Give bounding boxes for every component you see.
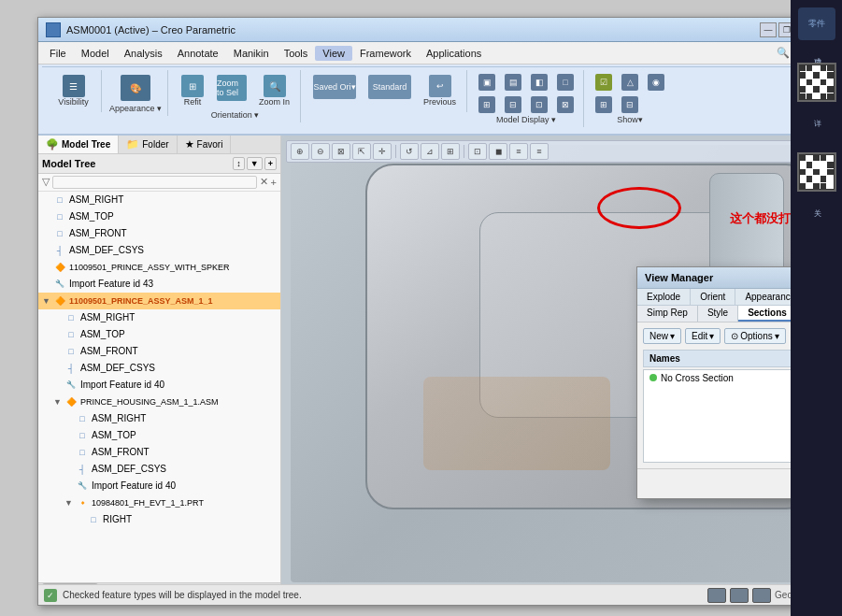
tree-item-4[interactable]: 🔶 11009501_PRINCE_ASSY_WITH_SPKER [38, 259, 280, 276]
filter-add-icon[interactable]: + [271, 177, 277, 188]
tree-item-5[interactable]: 🔧 Import Feature id 43 [38, 276, 280, 293]
model-display-btn5[interactable]: ⊞ [475, 94, 499, 115]
zoom-in-btn[interactable]: 🔍 Zoom In [254, 72, 294, 110]
tree-item-2[interactable]: □ ASM_FRONT [38, 225, 280, 242]
menu-annotate[interactable]: Annotate [170, 46, 226, 61]
menu-model[interactable]: Model [74, 46, 117, 61]
model-display-btn1[interactable]: ▣ [475, 72, 499, 93]
tree-body[interactable]: □ ASM_RIGHT □ ASM_TOP □ ASM_FRONT [38, 192, 280, 582]
tree-item-1[interactable]: □ ASM_TOP [38, 208, 280, 225]
status-btn3[interactable] [752, 588, 771, 603]
minimize-button[interactable]: — [760, 22, 777, 37]
vp-menu2[interactable]: ≡ [530, 143, 549, 160]
tree-item-3[interactable]: ┤ ASM_DEF_CSYS [38, 242, 280, 259]
tree-item-12[interactable]: ▼ 🔶 PRINCE_HOUSING_ASM_1_1.ASM [38, 394, 280, 410]
menu-analysis[interactable]: Analysis [117, 46, 170, 61]
show-btn4[interactable]: ⊞ [592, 94, 616, 115]
viewport-area[interactable]: ⊕ ⊖ ⊠ ⇱ ✛ ↺ ⊿ ⊞ ⊡ ◼ ≡ ≡ 这个都没打开 [281, 136, 821, 592]
tree-item-7[interactable]: □ ASM_RIGHT [38, 309, 280, 326]
show-btn1[interactable]: ☑ [592, 72, 616, 93]
vp-rotate[interactable]: ↺ [400, 143, 419, 160]
model-display-btn6[interactable]: ⊟ [501, 94, 525, 115]
qr-code [797, 63, 836, 102]
tab-folder[interactable]: 📁 Folder [119, 136, 177, 153]
appearance-buttons: 🎨 [116, 72, 155, 104]
plane-icon: □ [53, 193, 66, 207]
tree-item-16[interactable]: ┤ ASM_DEF_CSYS [38, 461, 280, 478]
tree-item-8[interactable]: □ ASM_TOP [38, 326, 280, 343]
show-btn5[interactable]: ⊟ [618, 94, 642, 115]
tree-item-10[interactable]: ┤ ASM_DEF_CSYS [38, 360, 280, 377]
standard-orientation-btn[interactable]: Standard [364, 72, 416, 110]
filter-clear-icon[interactable]: ✕ [260, 176, 268, 188]
tree-item-15[interactable]: □ ASM_FRONT [38, 444, 280, 461]
menu-view[interactable]: View [315, 46, 352, 61]
tree-item-0[interactable]: □ ASM_RIGHT [38, 192, 280, 208]
vp-point[interactable]: ◼ [489, 143, 507, 160]
ribbon-group-show: ☑ △ ◉ ⊞ ⊟ Show▾ [586, 70, 674, 127]
visibility-btn[interactable]: ☰ Visibility [53, 72, 93, 110]
tree-item-11[interactable]: 🔧 Import Feature id 40 [38, 377, 280, 394]
ribbon-content: ☰ Visibility 🎨 Appearance ▾ ⊞ [42, 66, 818, 130]
menu-manikin[interactable]: Manikin [226, 46, 277, 61]
model-display-btn2[interactable]: ▤ [501, 72, 525, 93]
menu-tools[interactable]: Tools [277, 46, 316, 61]
status-btn2[interactable] [730, 588, 749, 603]
show-btn2[interactable]: △ [618, 72, 642, 93]
tree-item-17[interactable]: 🔧 Import Feature id 40 [38, 478, 280, 494]
tree-item-9[interactable]: □ ASM_FRONT [38, 343, 280, 360]
vp-zoom-in[interactable]: ⊕ [291, 143, 309, 160]
model-display-btn7[interactable]: ⊡ [527, 94, 551, 115]
tree-item-6[interactable]: ▼ 🔶 11009501_PRINCE_ASSY_ASM_1_1 [38, 293, 280, 309]
options-icon: ⊙ [731, 331, 738, 341]
vp-grid[interactable]: ⊞ [441, 143, 460, 160]
tree-filter-btn[interactable]: ▼ [247, 157, 263, 170]
menu-applications[interactable]: Applications [419, 46, 489, 61]
previous-btn[interactable]: ↩ Previous [419, 72, 461, 110]
vp-zoom-box[interactable]: ⊠ [332, 143, 350, 160]
tree-add-btn[interactable]: + [264, 157, 277, 170]
dialog-subtab-sections[interactable]: Sections [738, 306, 797, 322]
ribbon-group-orientation: ⊞ Refit Zoom to Sel 🔍 Zoom In Orientatio… [170, 70, 301, 122]
model-display-btn4[interactable]: □ [553, 72, 578, 93]
model-display-btn8[interactable]: ⊠ [553, 94, 578, 115]
edit-button[interactable]: Edit ▾ [685, 328, 721, 344]
menu-file[interactable]: File [42, 46, 74, 61]
tab-model-tree[interactable]: 🌳 Model Tree [38, 136, 119, 153]
vp-flip[interactable]: ⊿ [421, 143, 439, 160]
plane-icon: □ [76, 429, 89, 442]
zoom-selected-btn[interactable]: Zoom to Sel [212, 72, 251, 110]
appearance-btn[interactable]: 🎨 [116, 72, 155, 104]
dialog-subtab-simp-rep[interactable]: Simp Rep [637, 306, 698, 322]
dialog-subtab-style[interactable]: Style [698, 306, 738, 322]
status-btn1[interactable] [707, 588, 726, 603]
vp-menu1[interactable]: ≡ [509, 143, 528, 160]
new-button[interactable]: New ▾ [643, 328, 681, 344]
tree-item-14[interactable]: □ ASM_TOP [38, 427, 280, 444]
tree-sort-btn[interactable]: ↕ [233, 157, 245, 170]
vp-zoom-out[interactable]: ⊖ [311, 143, 330, 160]
vp-pan[interactable]: ✛ [373, 143, 392, 160]
tree-item-19[interactable]: □ RIGHT [38, 511, 280, 528]
vp-snap[interactable]: ⊡ [468, 143, 487, 160]
part-icon: 🔸 [76, 496, 89, 509]
saved-orientations-btn[interactable]: Saved Ori▾ [308, 72, 361, 110]
dialog-tab-explode[interactable]: Explode [637, 289, 691, 305]
options-button[interactable]: ⊙ Options ▾ [724, 328, 785, 344]
refit-btn[interactable]: ⊞ Refit [176, 72, 209, 110]
tree-item-13[interactable]: □ ASM_RIGHT [38, 410, 280, 427]
assembly-icon: 🔶 [53, 294, 66, 308]
tab-favorites[interactable]: ★ Favori [178, 136, 232, 153]
plane-icon: □ [53, 227, 66, 240]
active-indicator [649, 374, 657, 381]
edit-dropdown-icon: ▾ [709, 331, 714, 341]
qr-code-2 [797, 152, 836, 192]
vp-home[interactable]: ⇱ [352, 143, 371, 160]
filter-input[interactable] [52, 176, 257, 189]
show-btn3[interactable]: ◉ [644, 72, 668, 93]
dialog-tab-orient[interactable]: Orient [691, 289, 735, 305]
tree-item-18[interactable]: ▼ 🔸 10984801_FH_EVT_1_1.PRT [38, 494, 280, 511]
menu-framework[interactable]: Framework [352, 46, 419, 61]
show-label: Show▾ [617, 116, 643, 125]
model-display-btn3[interactable]: ◧ [527, 72, 551, 93]
